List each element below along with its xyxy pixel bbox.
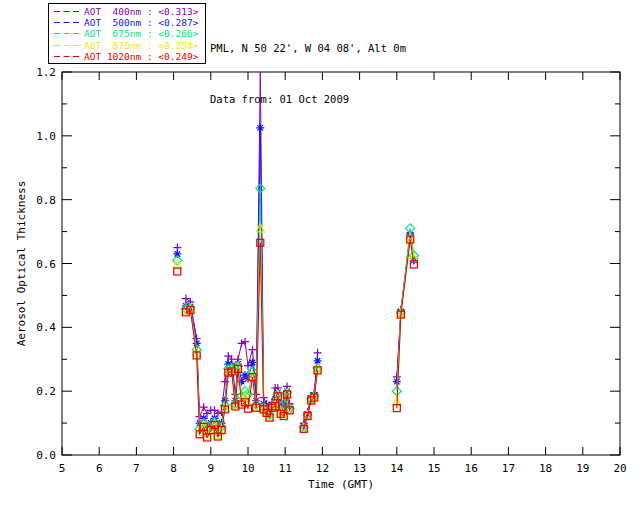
svg-text:10: 10 [241,462,254,475]
legend-item-label: AOT 870nm : <0.254> [84,40,198,51]
svg-text:14: 14 [390,462,404,475]
station-info: PML, N 50 22', W 04 08', Alt 0m Data fro… [210,6,406,125]
legend-item-label: AOT 500nm : <0.287> [84,17,198,28]
legend-line-dash-icon [54,54,80,59]
svg-text:11: 11 [279,462,292,475]
svg-text:0.0: 0.0 [36,449,56,462]
legend-item: AOT 870nm : <0.254> [49,40,205,51]
svg-text:7: 7 [133,462,140,475]
svg-text:0.6: 0.6 [36,258,56,271]
svg-text:8: 8 [170,462,177,475]
svg-text:Aerosol Optical Thickness: Aerosol Optical Thickness [15,181,28,347]
svg-text:12: 12 [316,462,329,475]
legend-item-label: AOT 1020nm : <0.249> [84,51,198,62]
svg-text:20: 20 [613,462,626,475]
legend-item: AOT 1020nm : <0.249> [49,51,205,62]
svg-text:5: 5 [59,462,66,475]
svg-text:1.0: 1.0 [36,130,56,143]
station-location-text: PML, N 50 22', W 04 08', Alt 0m [210,40,406,57]
svg-text:0.2: 0.2 [36,385,56,398]
svg-text:15: 15 [427,462,440,475]
legend-line-dash-icon [54,31,80,36]
svg-text:16: 16 [465,462,478,475]
svg-text:0.8: 0.8 [36,194,56,207]
svg-text:19: 19 [576,462,589,475]
data-date-text: Data from: 01 Oct 2009 [210,91,406,108]
legend-line-dash-icon [54,9,80,14]
legend-item: AOT 400nm : <0.313> [49,6,205,17]
svg-text:13: 13 [353,462,366,475]
legend-line-dash-icon [54,20,80,25]
svg-text:17: 17 [502,462,515,475]
svg-text:18: 18 [539,462,552,475]
svg-text:1.2: 1.2 [36,66,56,79]
legend-item: AOT 500nm : <0.287> [49,17,205,28]
legend-box: AOT 400nm : <0.313> AOT 500nm : <0.287> … [48,3,206,64]
legend-item: AOT 675nm : <0.266> [49,28,205,39]
svg-text:0.4: 0.4 [36,321,56,334]
svg-text:Time (GMT): Time (GMT) [308,478,374,491]
legend-item-label: AOT 400nm : <0.313> [84,6,198,17]
svg-text:9: 9 [207,462,214,475]
legend-item-label: AOT 675nm : <0.266> [84,28,198,39]
svg-text:6: 6 [96,462,103,475]
legend-line-dash-icon [54,43,80,48]
